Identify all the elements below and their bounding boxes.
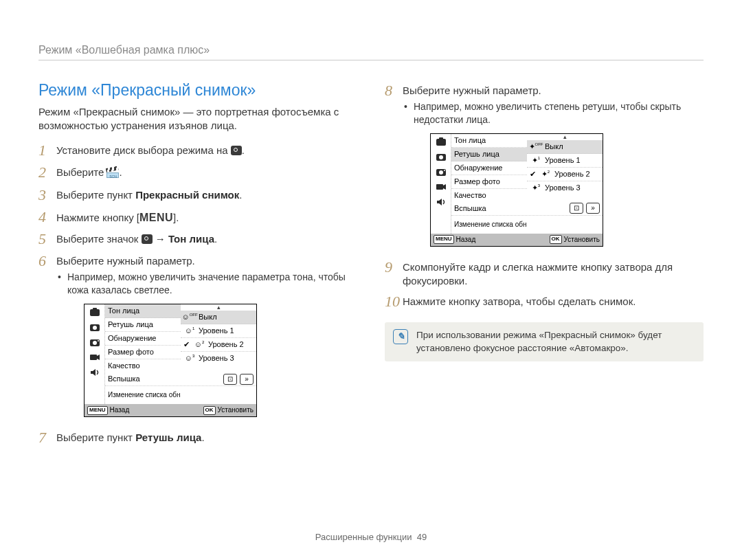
step-bold: Ретушь лица <box>135 432 201 443</box>
menu-label: MENU <box>139 212 173 223</box>
option-label: Выкл <box>545 142 563 152</box>
page-footer: Расширенные функции 49 <box>0 531 742 544</box>
face-level-icon: ☺2 <box>193 339 205 350</box>
step-text-after: ]. <box>173 212 179 223</box>
step-text: Нажмите кнопку затвора, чтобы сделать сн… <box>403 293 704 309</box>
step-2: 2 Выберите SCN. <box>38 164 357 181</box>
sound-icon <box>85 365 104 380</box>
checkbox-checked-icon: ✔ <box>183 339 190 350</box>
menu-item[interactable]: Ретушь лица <box>451 149 527 159</box>
step-text: Выберите нужный параметр. <box>403 85 541 96</box>
step-text: Нажмите кнопку [ <box>56 212 139 223</box>
option-label: Уровень 2 <box>208 339 244 350</box>
svg-point-14 <box>444 170 445 171</box>
step-number: 6 <box>38 253 56 269</box>
svg-rect-0 <box>90 309 100 316</box>
footer-back-label[interactable]: Назад <box>110 405 130 415</box>
double-chevron-right-icon[interactable]: » <box>586 203 600 214</box>
menu-item[interactable]: Изменение списка обнаруживаемых лиц <box>451 221 527 229</box>
menu-item[interactable]: Качество <box>105 361 181 371</box>
step-sub-bullet: Например, можно увеличить значение парам… <box>56 271 357 297</box>
menu-screenshot-retouch: Тон лица Ретушь лица Обнаружение Размер … <box>430 133 603 247</box>
step-text: Выберите нужный параметр. <box>56 255 195 267</box>
sound-icon <box>431 194 451 210</box>
video-icon <box>431 179 451 194</box>
option-label: Уровень 3 <box>545 183 581 193</box>
option-row[interactable]: ✦OFFВыкл <box>527 140 603 154</box>
frame-icon[interactable]: ⊡ <box>570 203 583 214</box>
intro-text: Режим «Прекрасный снимок» — это портретн… <box>38 105 357 133</box>
svg-rect-1 <box>93 308 97 310</box>
frame-icon[interactable]: ⊡ <box>223 374 237 385</box>
sparkle-level-icon: ✦1 <box>530 155 542 166</box>
camera-mode-icon <box>431 134 451 149</box>
step-text-after: . <box>201 432 204 443</box>
step-bold: Прекрасный снимок <box>135 189 239 201</box>
page-number: 49 <box>417 532 427 542</box>
face-level-icon: ☺3 <box>183 353 196 363</box>
step-7: 7 Выберите пункт Ретушь лица. <box>38 429 357 446</box>
step-5: 5 Выберите значок → Тон лица. <box>38 231 357 247</box>
option-label: Уровень 2 <box>554 169 590 179</box>
checkbox-checked-icon: ✔ <box>530 169 537 179</box>
step-number: 9 <box>385 259 403 276</box>
clapperboard-scn-icon: SCN <box>106 168 119 178</box>
option-label: Уровень 1 <box>545 155 581 166</box>
chevron-up-icon[interactable]: ▴ <box>527 134 603 140</box>
face-off-icon: ☺OFF <box>183 312 196 322</box>
footer-back-label[interactable]: Назад <box>456 235 476 245</box>
menu-item[interactable]: Вспышка <box>451 203 527 214</box>
camera-mode-icon <box>85 304 104 320</box>
video-icon <box>85 350 104 365</box>
step-text: Выберите <box>56 166 106 178</box>
note-box: ✎ При использовании режима «Прекрасный с… <box>385 322 704 361</box>
menu-item[interactable]: Размер фото <box>105 347 181 357</box>
footer-section-label: Расширенные функции <box>315 532 412 542</box>
mode-dial-icon <box>231 146 242 155</box>
breadcrumb: Режим «Волшебная рамка плюс» <box>38 43 704 60</box>
camera-icon <box>142 234 153 244</box>
menu-item[interactable]: Размер фото <box>451 177 527 187</box>
step-text: Выберите пункт <box>56 432 135 443</box>
menu-item[interactable]: Обнаружение <box>105 333 181 344</box>
step-number: 8 <box>385 82 403 99</box>
menu-item[interactable]: Тон лица <box>105 306 181 316</box>
footer-set-label[interactable]: Установить <box>218 405 254 415</box>
menu-item[interactable]: Обнаружение <box>451 163 527 173</box>
option-label: Уровень 3 <box>199 353 234 363</box>
step-text-after: . <box>214 233 217 245</box>
option-label: Уровень 1 <box>199 326 234 336</box>
step-4: 4 Нажмите кнопку [MENU]. <box>38 209 357 225</box>
option-row[interactable]: ✦1Уровень 1 <box>527 154 603 168</box>
menu-item[interactable]: Тон лица <box>451 135 527 146</box>
menu-item[interactable]: Качество <box>451 190 527 201</box>
option-row[interactable]: ✔☺2Уровень 2 <box>181 338 256 352</box>
option-row[interactable]: ☺3Уровень 3 <box>181 352 256 365</box>
menu-footer: MENUНазад OKУстановить <box>85 404 256 416</box>
option-row[interactable]: ☺1Уровень 1 <box>181 324 256 338</box>
svg-point-13 <box>439 170 443 175</box>
chevron-up-icon[interactable]: ▴ <box>181 304 256 311</box>
step-number: 5 <box>38 231 56 247</box>
double-chevron-right-icon[interactable]: » <box>240 374 254 385</box>
step-sub-bullet: Например, можно увеличить степень ретуши… <box>403 100 704 126</box>
menu-footer: MENUНазад OKУстановить <box>431 234 603 246</box>
camera-icon <box>431 149 451 164</box>
svg-point-5 <box>93 341 97 345</box>
option-row[interactable]: ✔✦2Уровень 2 <box>527 168 603 181</box>
step-1: 1 Установите диск выбора режима на . <box>38 142 357 159</box>
svg-rect-8 <box>436 139 446 146</box>
step-bold: → Тон лица <box>153 233 214 245</box>
sparkle-off-icon: ✦OFF <box>530 142 542 152</box>
menu-item[interactable]: Изменение списка обнаруживаемых лиц <box>105 391 181 399</box>
camera-icon <box>85 320 104 335</box>
option-row[interactable]: ☺OFFВыкл <box>181 311 256 324</box>
sparkle-level-icon: ✦2 <box>539 169 552 179</box>
menu-item[interactable]: Ретушь лица <box>105 320 181 330</box>
ok-chip: OK <box>550 235 562 244</box>
menu-sidebar <box>431 134 451 234</box>
option-row[interactable]: ✦3Уровень 3 <box>527 181 603 194</box>
camera-alt-icon <box>85 335 104 350</box>
footer-set-label[interactable]: Установить <box>564 235 600 245</box>
menu-item[interactable]: Вспышка <box>105 374 181 384</box>
